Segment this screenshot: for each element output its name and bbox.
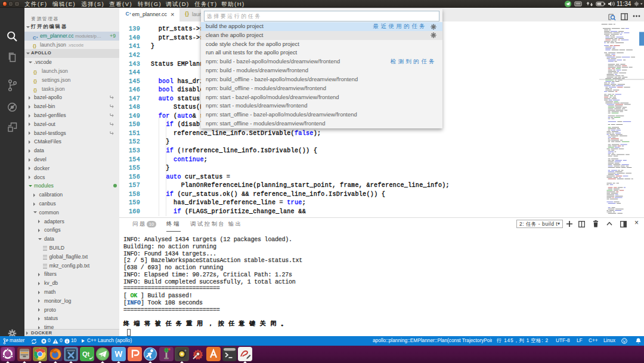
svg-text:Qt: Qt	[82, 350, 89, 358]
